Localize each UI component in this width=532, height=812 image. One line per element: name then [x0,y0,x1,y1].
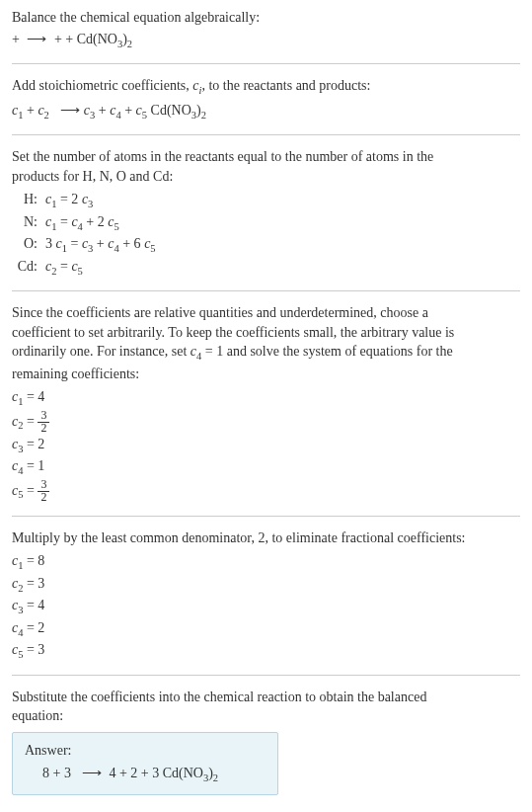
intro-section: Balance the chemical equation algebraica… [12,8,520,51]
stoich-section: Add stoichiometric coefficients, ci, to … [12,76,520,122]
coef-c2: c2 = 32 [12,410,520,435]
arrow-icon: ⟶ [82,764,102,783]
coef-c3: c3 = 4 [12,596,520,617]
stoich-text: Add stoichiometric coefficients, ci, to … [12,76,520,98]
coefs1-list: c1 = 4 c2 = 32 c3 = 2 c4 = 1 c5 = 32 [12,387,520,503]
atoms-intro2: products for H, N, O and Cd: [12,167,520,187]
substitute-line1: Substitute the coefficients into the che… [12,688,520,707]
choose-section: Since the coefficients are relative quan… [12,303,520,503]
divider [12,134,520,135]
arrow-icon: ⟶ [60,101,80,121]
choose-line3: ordinarily one. For instance, set c4 = 1… [12,342,520,364]
atom-row-o: O: 3 c1 = c3 + c4 + 6 c5 [16,234,520,256]
coef-c2: c2 = 3 [12,574,520,596]
coef-c3: c3 = 2 [12,435,520,456]
choose-line4: remaining coefficients: [12,365,520,384]
coefs2-list: c1 = 8 c2 = 3 c3 = 4 c4 = 2 c5 = 3 [12,551,520,662]
intro-equation: + ⟶ + + Cd(NO3)2 [12,30,520,51]
divider [12,290,520,291]
substitute-line2: equation: [12,706,520,726]
atom-row-h: H: c1 = 2 c3 [16,190,520,211]
coef-c1: c1 = 8 [12,551,520,573]
intro-line1: Balance the chemical equation algebraica… [12,8,520,28]
atoms-intro1: Set the number of atoms in the reactants… [12,147,520,167]
coef-c4: c4 = 1 [12,456,520,478]
stoich-equation: c1 + c2 ⟶c3 + c4 + c5 Cd(NO3)2 [12,101,520,122]
answer-label: Answer: [25,741,266,761]
coef-c5: c5 = 32 [12,479,520,504]
atom-row-n: N: c1 = c4 + 2 c5 [16,212,520,234]
atom-row-cd: Cd: c2 = c5 [16,257,520,279]
divider [12,516,520,517]
choose-line2: coefficient to set arbitrarily. To keep … [12,323,520,343]
coef-c1: c1 = 4 [12,387,520,409]
substitute-section: Substitute the coefficients into the che… [12,688,520,795]
divider [12,63,520,64]
atoms-section: Set the number of atoms in the reactants… [12,147,520,279]
divider [12,675,520,676]
fraction: 32 [38,410,49,435]
choose-line1: Since the coefficients are relative quan… [12,303,520,323]
arrow-icon: ⟶ [27,30,46,49]
multiply-text: Multiply by the least common denominator… [12,528,520,548]
coef-c4: c4 = 2 [12,618,520,640]
coef-c5: c5 = 3 [12,640,520,662]
multiply-section: Multiply by the least common denominator… [12,528,520,663]
fraction: 32 [38,479,49,504]
answer-box: Answer: 8 + 3 ⟶ 4 + 2 + 3 Cd(NO3)2 [12,732,278,795]
answer-equation: 8 + 3 ⟶ 4 + 2 + 3 Cd(NO3)2 [25,764,266,785]
atoms-table: H: c1 = 2 c3 N: c1 = c4 + 2 c5 O: 3 c1 =… [16,190,520,279]
